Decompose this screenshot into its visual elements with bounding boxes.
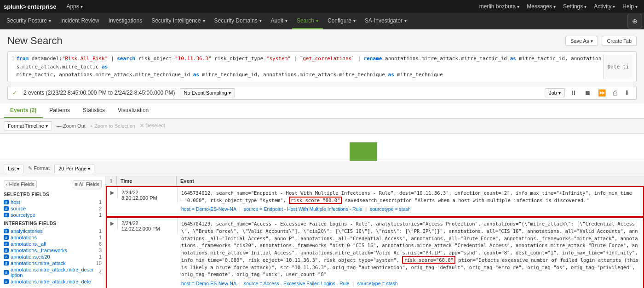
event-meta-2: host = Demo-ES-New-NA | source = Access … [181,280,639,288]
field-analyticstories[interactable]: a analyticstories 1 [4,228,102,234]
source-link-1[interactable]: source = Endpoint - Host With Multiple I… [244,206,362,212]
host-link-2[interactable]: host = Demo-ES-New-NA [181,281,236,286]
pause-button[interactable]: ⏸ [569,88,579,97]
col-event-header: Event [177,176,644,186]
nav-audit[interactable]: Audit [266,13,292,29]
stats-right: Job ⏸ ⏹ ⏩ ⎙ ⬇ [545,88,632,97]
hide-fields-button[interactable]: ‹ Hide Fields [4,180,37,188]
download-button[interactable]: ⬇ [622,88,632,97]
sidebar: ‹ Hide Fields ≡ All Fields SELECTED FIEL… [0,176,106,288]
nav-search[interactable]: Search [292,13,323,29]
source-link-2[interactable]: source = Access - Excessive Failed Login… [244,281,350,286]
globe-button[interactable]: ⊕ [627,14,642,28]
field-annotations-mitre-attack[interactable]: a annotations.mitre_attack 10 [4,260,102,266]
event-content-1: 1645734012, search_name="Endpoint - Host… [178,187,643,216]
format-button[interactable]: ✎ Format [28,165,50,171]
save-as-button[interactable]: Save As [565,36,598,46]
nav-configure[interactable]: Configure [323,13,360,29]
format-timeline-button[interactable]: Format Timeline [4,121,52,130]
field-host[interactable]: a host 1 [4,199,102,205]
expand-row-2[interactable]: ▶ [107,218,118,229]
top-nav-activity[interactable]: Activity [591,1,618,11]
job-button[interactable]: Job [545,88,565,97]
per-page-chevron-icon [88,166,90,171]
sourcetype-link-1[interactable]: sourcetype = stash [370,206,410,212]
field-annotations-mitre-description[interactable]: a annotations.mitre_attack.mitre_descr i… [4,266,102,278]
arrow-left-icon: ‹ [6,181,8,187]
field-sourcetype[interactable]: a sourcetype 1 [4,212,102,218]
messages-chevron-icon [553,3,556,10]
zoom-out-button[interactable]: — Zoom Out [57,123,86,129]
user-chevron-icon [517,3,519,10]
event-meta-1: host = Demo-ES-New-NA | source = Endpoin… [181,206,639,213]
forward-button[interactable]: ⏩ [596,88,608,97]
nav-incident-review[interactable]: Incident Review [56,13,104,29]
tab-statistics[interactable]: Statistics [76,103,111,118]
save-as-chevron-icon [591,38,593,44]
job-chevron-icon [558,90,561,96]
date-time-button[interactable]: Date ti [604,55,632,79]
help-chevron-icon [635,3,638,10]
search-chevron-icon [316,17,318,24]
activity-chevron-icon [613,3,615,10]
list-view-button[interactable]: List [4,164,23,173]
stop-button[interactable]: ⏹ [582,88,592,97]
apps-chevron-icon [80,3,83,10]
tab-events[interactable]: Events (2) [4,103,43,118]
deselect-button[interactable]: ✕ Deselect [140,123,165,129]
events-count-text: 2 events (2/23/22 8:45:00.000 PM to 2/24… [23,90,175,96]
timeline-bar [350,142,377,161]
expand-row-1[interactable]: ▶ [107,187,118,198]
field-annotations-frameworks[interactable]: a annotations._frameworks 3 [4,247,102,254]
timeline-controls: Format Timeline — Zoom Out + Zoom to Sel… [0,119,644,134]
nav-security-domains[interactable]: Security Domains [210,13,266,29]
col-i-header: i [106,176,117,186]
field-annotations[interactable]: a annotations 1 [4,234,102,241]
results-toolbar: List ✎ Format 20 Per Page [0,161,644,176]
field-annotations-all[interactable]: a annotations._all 6 [4,241,102,247]
nav-sa-investigator[interactable]: SA-Investigator [360,13,411,29]
top-nav-help[interactable]: Help [620,1,640,11]
logo-suffix: enterprise [28,3,57,10]
top-nav-settings[interactable]: Settings [560,1,589,11]
security-domains-chevron-icon [259,17,262,24]
print-button[interactable]: ⎙ [611,88,619,97]
time-row-1: 2/24/22 8:20:12.000 PM [118,187,178,203]
search-bar[interactable]: | from datamodel:"Risk.All_Risk" | searc… [7,51,637,82]
stats-bar: ✓ 2 events (2/23/22 8:45:00.000 PM to 2/… [7,86,637,100]
top-nav-apps[interactable]: Apps [63,1,85,11]
zoom-selection-button[interactable]: + Zoom to Selection [90,123,135,129]
top-nav-right: merlih bozbura Messages Settings Activit… [477,1,640,11]
risk-score-highlight-2: risk_score="60.0" [402,256,455,264]
host-link-1[interactable]: host = Demo-ES-New-NA [181,206,236,212]
field-annotations-mitre-dete[interactable]: a annotations.mitre_attack.mitre_dete [4,278,102,285]
main-content: New Search Save As Create Tab | from dat… [0,29,644,100]
events-header: i Time Event [106,176,644,186]
event-row-2: ▶ 2/24/22 12:02:12.000 PM 1645704129, se… [106,217,644,288]
nav-investigations[interactable]: Investigations [104,13,147,29]
tab-visualization[interactable]: Visualization [111,103,155,118]
per-page-button[interactable]: 20 Per Page [54,164,94,173]
sourcetype-link-2[interactable]: sourcetype = stash [357,281,397,286]
nav-security-intelligence[interactable]: Security Intelligence [147,13,209,29]
format-timeline-chevron-icon [46,123,48,129]
nav-bar: Security Posture Incident Review Investi… [0,13,644,29]
sampling-button[interactable]: No Event Sampling [180,88,235,97]
events-table: i Time Event ▶ 2/24/22 8:20:12.000 PM 16… [106,176,644,288]
selected-fields-title: SELECTED FIELDS [4,192,102,197]
top-nav-messages[interactable]: Messages [524,1,558,11]
tab-row: Events (2) Patterns Statistics Visualiza… [0,103,644,119]
create-tab-button[interactable]: Create Tab [602,36,637,46]
all-fields-button[interactable]: ≡ All Fields [73,180,102,188]
nav-security-posture[interactable]: Security Posture [2,13,56,29]
security-intelligence-chevron-icon [203,17,205,24]
tab-patterns[interactable]: Patterns [43,103,76,118]
col-time-header: Time [117,176,177,186]
time-row-2: 2/24/22 12:02:12.000 PM [118,218,178,234]
top-nav-user[interactable]: merlih bozbura [477,1,522,11]
sidebar-header: ‹ Hide Fields ≡ All Fields [4,180,102,188]
event-content-2: 1645704129, search_name="Access - Excess… [178,218,643,288]
field-annotations-cis20[interactable]: a annotations.cis20 1 [4,254,102,260]
page-header: New Search Save As Create Tab [7,35,637,47]
field-source[interactable]: a source 2 [4,205,102,212]
